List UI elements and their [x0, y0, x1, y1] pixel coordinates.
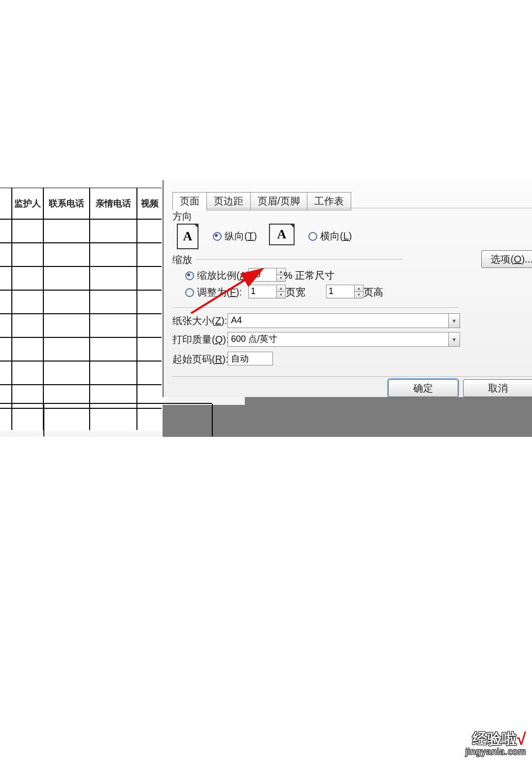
print-quality-label: 打印质量(Q):: [172, 333, 229, 346]
fit-width-spin[interactable]: ▲▼: [248, 285, 286, 298]
spin-up-icon[interactable]: ▲: [276, 285, 285, 292]
portrait-radio[interactable]: 纵向(T): [213, 230, 257, 243]
portrait-icon: A: [177, 224, 199, 249]
chevron-down-icon[interactable]: ▼: [448, 314, 460, 328]
direction-label: 方向: [172, 210, 192, 223]
table-header-cell: 联系电话: [43, 188, 90, 219]
spin-down-icon[interactable]: ▼: [276, 292, 285, 298]
watermark: 经验啦√ jingyanla.com: [466, 730, 526, 756]
spin-down-icon[interactable]: ▼: [354, 292, 363, 298]
cancel-button[interactable]: 取消: [463, 379, 532, 397]
spin-up-icon[interactable]: ▲: [354, 285, 363, 292]
page-edge: [0, 404, 44, 436]
fit-width-input[interactable]: [249, 285, 276, 297]
first-page-input[interactable]: [228, 352, 273, 365]
table-row: [0, 243, 167, 266]
fit-width-label: 页宽: [286, 286, 305, 299]
table-header-cell: [0, 188, 12, 219]
first-page-label: 起始页码(R):: [172, 353, 228, 366]
zoom-label: 缩放: [172, 253, 192, 266]
page-setup-dialog: 页面 页边距 页眉/页脚 工作表 方向 A 纵向(T) A 横向(L) 缩放 缩…: [163, 180, 532, 397]
page-edge: [43, 404, 213, 436]
table-row: [0, 337, 167, 361]
chevron-down-icon[interactable]: ▼: [448, 332, 460, 346]
landscape-icon: A: [269, 224, 295, 245]
preview-background: [245, 397, 532, 437]
table-header-cell: 监护人: [12, 188, 43, 219]
print-quality-input[interactable]: [228, 332, 448, 345]
table-row: [0, 314, 167, 337]
spreadsheet-fragment: 监护人 联系电话 亲情电话 视频: [0, 180, 167, 431]
check-icon: √: [517, 729, 526, 748]
table-row: [0, 290, 167, 314]
table-header-cell: 亲情电话: [90, 188, 137, 219]
fit-height-spin[interactable]: ▲▼: [326, 285, 364, 298]
paper-size-input[interactable]: [228, 314, 448, 327]
table-header-row: 监护人 联系电话 亲情电话 视频: [0, 188, 167, 219]
scale-input[interactable]: [249, 268, 276, 280]
options-button[interactable]: 选项(O)...: [481, 250, 532, 268]
fit-radio[interactable]: 调整为(F):: [185, 286, 242, 299]
print-quality-combo[interactable]: ▼: [228, 332, 460, 347]
landscape-radio[interactable]: 横向(L): [308, 230, 352, 243]
table-header-cell: 视频: [137, 188, 162, 219]
table-row: [0, 219, 167, 243]
paper-size-label: 纸张大小(Z):: [172, 314, 227, 328]
fit-height-input[interactable]: [327, 285, 354, 297]
ok-button[interactable]: 确定: [388, 379, 458, 397]
paper-size-combo[interactable]: ▼: [228, 313, 460, 328]
scale-radio[interactable]: 缩放比例(A):: [185, 269, 252, 282]
fit-height-label: 页高: [364, 286, 383, 299]
table-row: [0, 361, 167, 385]
tab-page[interactable]: 页面: [172, 192, 207, 210]
table-row: [0, 266, 167, 290]
scale-spin[interactable]: ▲▼: [248, 268, 286, 282]
scale-suffix: % 正常尺寸: [284, 269, 334, 282]
